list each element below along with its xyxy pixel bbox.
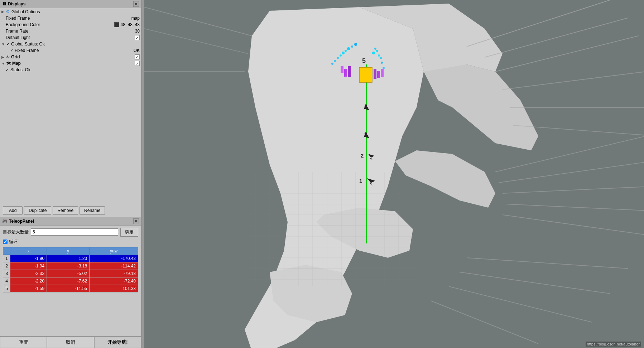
default-light-item[interactable]: Default Light ✓ <box>0 34 141 41</box>
viewport[interactable]: 5 4 3 2 1 https://blog.csdn.net/autolabo… <box>144 0 644 348</box>
data-table-container: x y yaw 1-1.901.23-170.432-1.94-3.18-114… <box>3 247 138 293</box>
watermark: https://blog.csdn.net/autolabor <box>586 342 641 347</box>
svg-rect-50 <box>341 66 343 73</box>
svg-point-61 <box>376 50 378 52</box>
reset-button[interactable]: 重置 <box>0 337 47 348</box>
global-status-check: ✓ <box>6 42 10 47</box>
background-color-item[interactable]: Background Color 48; 48; 48 <box>0 21 141 28</box>
svg-text:1: 1 <box>359 178 362 184</box>
cancel-button[interactable]: 取消 <box>47 337 94 348</box>
frame-rate-label: Frame Rate <box>6 29 134 34</box>
resize-handle[interactable]: ⋮ <box>141 0 144 348</box>
left-panel: 🖥 Displays × ▶ ⚙ Global Options Fixed Fr… <box>0 0 141 348</box>
svg-point-62 <box>378 54 380 57</box>
svg-point-58 <box>354 43 357 46</box>
row-yaw: -79.18 <box>90 270 138 277</box>
row-yaw: -170.43 <box>90 255 138 262</box>
svg-text:2: 2 <box>361 153 364 159</box>
map-status-item[interactable]: ✓ Status: Ok <box>0 67 141 73</box>
target-count-row: 目标最大数量 确定 <box>3 228 138 237</box>
teleop-icon: 🎮 <box>2 219 8 224</box>
displays-buttons-row: Add Duplicate Remove Rename <box>0 204 141 217</box>
target-count-input[interactable] <box>31 228 118 236</box>
row-y: -11.55 <box>47 285 90 292</box>
fixed-frame-label: Fixed Frame <box>6 16 130 21</box>
row-y: -3.18 <box>47 262 90 270</box>
add-button[interactable]: Add <box>3 206 23 215</box>
cycle-label: 循环 <box>9 239 18 245</box>
svg-point-55 <box>337 57 339 59</box>
displays-scroll-area: ▶ ⚙ Global Options Fixed Frame map Backg… <box>0 8 141 73</box>
grid-item[interactable]: ▶ 👁 Grid ✓ <box>0 54 141 60</box>
displays-close-button[interactable]: × <box>133 1 139 7</box>
displays-title: 🖥 Displays <box>2 1 25 6</box>
teleop-header: 🎮 TeleopPanel × <box>0 217 141 226</box>
row-y: 1.23 <box>47 255 90 262</box>
frame-rate-item[interactable]: Frame Rate 30 <box>0 28 141 34</box>
svg-point-60 <box>372 52 375 54</box>
svg-point-54 <box>347 47 350 50</box>
background-color-swatch <box>114 22 119 27</box>
row-x: -1.59 <box>10 285 47 292</box>
frame-rate-value: 30 <box>135 29 140 34</box>
start-nav-button[interactable]: 开始导航! <box>94 337 141 348</box>
svg-point-63 <box>374 48 376 50</box>
global-status-arrow: ▼ <box>1 42 5 46</box>
confirm-button[interactable]: 确定 <box>120 228 138 237</box>
table-row[interactable]: 3-2.33-5.02-79.18 <box>3 270 138 277</box>
svg-point-52 <box>345 50 347 52</box>
row-yaw: -72.40 <box>90 277 138 285</box>
duplicate-button[interactable]: Duplicate <box>24 206 51 215</box>
svg-point-65 <box>381 62 383 64</box>
global-status-label: Global Status: Ok <box>11 42 140 47</box>
background-color-value: 48; 48; 48 <box>121 22 140 27</box>
row-number: 2 <box>3 262 10 270</box>
remove-button[interactable]: Remove <box>53 206 78 215</box>
svg-point-64 <box>380 57 382 59</box>
map-status-check: ✓ <box>6 68 9 72</box>
table-row[interactable]: 1-1.901.23-170.43 <box>3 255 138 262</box>
teleop-close-button[interactable]: × <box>133 218 139 224</box>
table-row[interactable]: 2-1.94-3.18-114.42 <box>3 262 138 270</box>
svg-point-51 <box>342 52 345 54</box>
row-number: 3 <box>3 270 10 277</box>
svg-rect-48 <box>348 66 351 77</box>
svg-text:5: 5 <box>362 57 366 64</box>
rename-button[interactable]: Rename <box>80 206 105 215</box>
row-x: -1.94 <box>10 262 47 270</box>
displays-icon: 🖥 <box>2 1 6 6</box>
svg-point-53 <box>340 54 342 57</box>
table-row[interactable]: 4-2.20-7.62-72.40 <box>3 277 138 285</box>
row-yaw: -114.42 <box>90 262 138 270</box>
cycle-checkbox[interactable] <box>3 240 8 244</box>
row-number: 1 <box>3 255 10 262</box>
default-light-checkbox[interactable]: ✓ <box>135 35 140 40</box>
map-item[interactable]: ▼ 🗺 Map ✓ <box>0 60 141 67</box>
map-label: Map <box>12 61 133 66</box>
global-options-arrow: ▶ <box>1 10 4 14</box>
grid-arrow: ▶ <box>1 55 4 59</box>
global-status-fixed-frame-item[interactable]: ✓ Fixed Frame OK <box>0 47 141 54</box>
svg-rect-68 <box>377 71 380 78</box>
bottom-buttons: 重置 取消 开始导航! <box>0 336 141 348</box>
global-options-icon: ⚙ <box>6 9 10 14</box>
row-x: -1.90 <box>10 255 47 262</box>
map-arrow: ▼ <box>1 62 5 66</box>
fixed-frame-item[interactable]: Fixed Frame map <box>0 15 141 21</box>
global-options-item[interactable]: ▶ ⚙ Global Options <box>0 8 141 15</box>
grid-eye-icon: 👁 <box>6 55 10 59</box>
target-count-label: 目标最大数量 <box>3 229 29 235</box>
global-options-label: Global Options <box>11 9 140 14</box>
global-status-fixed-frame-check: ✓ <box>10 48 13 53</box>
fixed-frame-value: map <box>131 16 140 21</box>
row-number: 5 <box>3 285 10 292</box>
default-light-label: Default Light <box>6 35 133 40</box>
global-status-item[interactable]: ▼ ✓ Global Status: Ok <box>0 41 141 47</box>
global-status-fixed-frame-label: Fixed Frame <box>15 48 132 53</box>
row-x: -2.20 <box>10 277 47 285</box>
map-checkbox[interactable]: ✓ <box>135 61 140 66</box>
grid-checkbox[interactable]: ✓ <box>135 54 140 59</box>
table-row[interactable]: 5-1.59-11.55101.33 <box>3 285 138 292</box>
col-x-header: x <box>10 247 47 255</box>
teleop-title-text: TeleopPanel <box>9 219 34 224</box>
